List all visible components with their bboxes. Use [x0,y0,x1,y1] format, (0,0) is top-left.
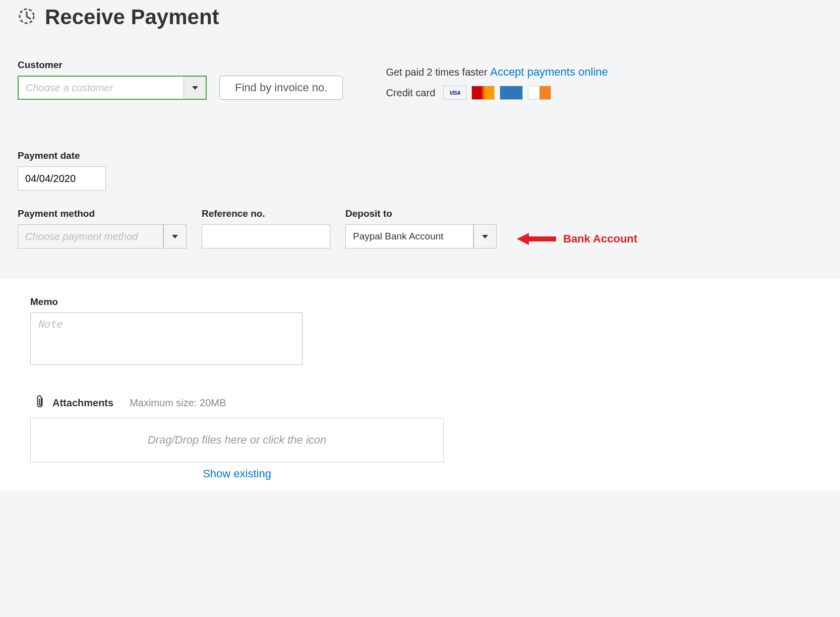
payment-method-text: Choose payment method [18,224,163,249]
visa-icon: VISA [443,86,466,100]
history-icon [18,7,36,27]
deposit-to-label: Deposit to [345,208,497,219]
svg-marker-1 [517,233,556,245]
memo-label: Memo [30,296,810,307]
attachments-hint: Maximum size: 20MB [130,397,226,409]
paperclip-icon [34,395,45,411]
customer-dropdown-text: Choose a customer [18,76,184,100]
attachments-dropzone[interactable]: Drag/Drop files here or click the icon [30,418,444,462]
deposit-to-dropdown[interactable]: Paypal Bank Account [345,224,497,249]
payment-date-input[interactable] [18,166,106,191]
payment-method-label: Payment method [18,208,187,219]
find-by-invoice-button[interactable]: Find by invoice no. [219,76,343,100]
payment-date-label: Payment date [18,150,822,161]
chevron-down-icon[interactable] [473,224,497,249]
promo-lead: Get paid 2 times faster [386,67,487,78]
chevron-down-icon[interactable] [163,224,187,249]
deposit-to-text: Paypal Bank Account [345,224,473,249]
annotation-text: Bank Account [563,232,637,245]
reference-input[interactable] [202,224,330,249]
page-title: Receive Payment [45,5,219,29]
amex-icon [500,86,523,100]
attachments-label: Attachments [52,397,113,409]
credit-card-label: Credit card [386,87,435,99]
chevron-down-icon[interactable] [184,76,207,100]
accept-payments-link[interactable]: Accept payments online [490,66,608,78]
memo-textarea[interactable] [30,313,303,365]
reference-label: Reference no. [202,208,330,219]
show-existing-link[interactable]: Show existing [30,467,444,480]
payment-method-dropdown[interactable]: Choose payment method [18,224,187,249]
discover-icon [528,86,551,100]
customer-dropdown[interactable]: Choose a customer [18,76,207,100]
mastercard-icon [471,86,495,100]
customer-label: Customer [18,59,207,71]
annotation-arrow: Bank Account [517,231,637,249]
